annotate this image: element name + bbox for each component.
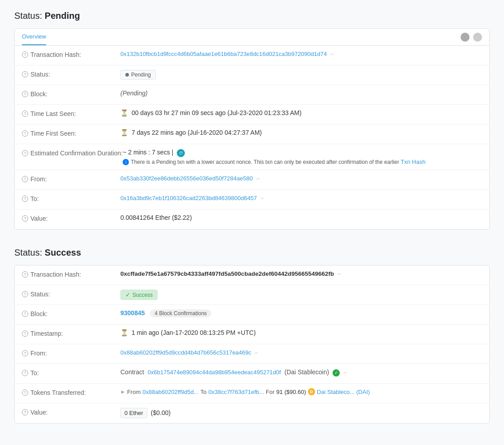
pending-block-row: ? Block: (Pending) [15,85,489,105]
pending-from-label: ? From: [22,175,120,183]
success-tokens-value: ► From 0x88ab60202ff9d5d... To 0x38cc7f7… [120,388,482,395]
pending-to-row: ? To: 0x16a3bd9c7eb1f106326cad2263bd8463… [15,190,489,210]
success-value-row: ? Value: 0 Ether ($0.00) [15,403,489,423]
success-value-label: ? Value: [22,408,120,416]
pending-tx-hash-row: ? Transaction Hash: 0x132b10fbcb1d9fccc4… [15,46,489,65]
success-block-value: 9300845 4 Block Confirmations [120,309,482,317]
help-icon-success-tx-hash[interactable]: ? [22,271,28,278]
help-icon-success-from[interactable]: ? [22,350,28,356]
success-to-label: ? To: [22,368,120,377]
success-timestamp-label: ? Timestamp: [22,329,120,337]
token-transfer-details: ► From 0x88ab60202ff9d5d... To 0x38cc7f7… [120,388,482,395]
success-tx-hash-label: ? Transaction Hash: [22,270,120,278]
success-to-value: Contract 0x6b175474e89094c44da98b954eede… [120,368,482,377]
help-icon-value[interactable]: ? [22,215,28,222]
txn-hash-link[interactable]: Txn Hash [401,158,426,165]
help-icon-to[interactable]: ? [22,196,28,202]
success-timestamp-row: ? Timestamp: ⏳ 1 min ago (Jan-17-2020 08… [15,325,489,344]
success-block-confirmations: 4 Block Confirmations [150,309,211,317]
success-timestamp-value: ⏳ 1 min ago (Jan-17-2020 08:13:25 PM +UT… [120,329,482,336]
success-status-value: Success [45,248,81,257]
copy-success-from-icon[interactable]: ⎓ [255,350,258,356]
tokens-from-link[interactable]: 0x88ab60202ff9d5d... [142,389,199,395]
copy-success-tx-hash-icon[interactable]: ⎓ [337,271,341,277]
success-block-row: ? Block: 9300845 4 Block Confirmations [15,305,489,325]
help-icon-est-confirm[interactable]: ? [22,150,28,156]
pending-time-last-seen-label: ? Time Last Seen: [22,109,120,117]
pending-est-confirm-value: ~ 2 mins : 7 secs | ⏱ i There is a Pendi… [123,149,482,165]
timer-icon[interactable]: ⏱ [177,149,185,157]
tab-icons [461,33,482,42]
pending-time-first-seen-value: ⏳ 7 days 22 mins ago (Jul-16-2020 04:27:… [120,129,482,136]
pending-status-value: Pending [45,11,80,21]
pending-to-value: 0x16a3bd9c7eb1f106326cad2263bd84639800d6… [120,194,482,201]
help-icon-time-last[interactable]: ? [22,111,28,117]
success-tx-hash-value: 0xcffade7f5e1a67579cb4333aff497fd5a500cb… [120,270,482,277]
success-from-link[interactable]: 0x88ab60202ff9d5d9ccdd4b4d7b656c5317ea46… [120,349,252,356]
dai-link[interactable]: Dai Stableco... (DAI) [317,389,370,395]
copy-success-to-icon[interactable]: ⎓ [343,369,346,376]
pending-warning-text: i There is a Pending txn with a lower ac… [123,158,482,165]
success-contract-label: Contract [120,368,144,376]
pending-block-label: ? Block: [22,90,120,98]
success-to-contract-link[interactable]: 0x6b175474e89094c44da98b954eedeac495271d… [148,369,281,376]
help-icon-block[interactable]: ? [22,91,28,97]
success-value-usd: ($0.00) [151,409,171,416]
clock-icon-success: ⏳ [120,329,128,336]
success-from-row: ? From: 0x88ab60202ff9d5d9ccdd4b4d7b656c… [15,344,489,364]
copy-tx-hash-icon[interactable]: ⎓ [330,51,333,57]
success-status-badge-container: ✓ Success [120,290,482,300]
help-icon-success-status[interactable]: ? [22,291,28,297]
success-status-row: ? Status: ✓ Success [15,285,489,305]
success-block-label: ? Block: [22,309,120,317]
success-to-row: ? To: Contract 0x6b175474e89094c44da98b9… [15,364,489,384]
pending-time-first-seen-row: ? Time First Seen: ⏳ 7 days 22 mins ago … [15,124,489,144]
help-icon-time-first[interactable]: ? [22,130,28,137]
pending-value-label: ? Value: [22,214,120,222]
help-icon-tokens[interactable]: ? [22,389,28,396]
copy-from-icon[interactable]: ⎓ [256,175,260,182]
info-dot: i [123,159,129,165]
tab-circle-1 [461,33,470,42]
pending-status-badge: Pending [120,70,156,80]
success-value-ether: 0 Ether [120,408,147,418]
pending-from-row: ? From: 0x53ab330f2ee86debb26556e036ed50… [15,170,489,190]
pending-to-link[interactable]: 0x16a3bd9c7eb1f106326cad2263bd84639800d6… [120,195,257,201]
success-from-value: 0x88ab60202ff9d5d9ccdd4b4d7b656c5317ea46… [120,349,482,356]
pending-status-label: ? Status: [22,70,120,78]
verified-check-icon: ✓ [333,369,340,377]
success-tokens-label: ? Tokens Transferred: [22,388,120,396]
success-block-number[interactable]: 9300845 [120,309,145,317]
pending-status-row: ? Status: Pending [15,65,489,85]
help-icon-success-to[interactable]: ? [22,370,28,376]
pending-est-confirm-row: ? Estimated Confirmation Duration: ~ 2 m… [15,144,489,170]
help-icon-status[interactable]: ? [22,71,28,77]
tab-overview[interactable]: Overview [22,29,46,45]
help-icon-tx-hash[interactable]: ? [22,51,28,58]
tokens-amount: 91 ($90.60) [276,389,306,395]
success-tokens-row: ? Tokens Transferred: ► From 0x88ab60202… [15,384,489,403]
help-icon-success-block[interactable]: ? [22,311,28,317]
success-status-badge: ✓ Success [120,290,158,300]
dai-coin-icon: D [308,388,315,395]
pending-tx-hash-link[interactable]: 0x132b10fbcb1d9fccc4d6b05afaae1e61b6ba72… [120,51,327,57]
help-icon-from[interactable]: ? [22,176,28,182]
clock-icon-first: ⏳ [120,129,128,136]
help-icon-success-value[interactable]: ? [22,409,28,415]
tokens-to-link[interactable]: 0x38cc7f763d71efb... [209,389,264,395]
pending-block-value: (Pending) [120,90,482,97]
arrow-right-icon: ► [120,389,125,394]
pending-time-last-seen-value: ⏳ 00 days 03 hr 27 min 09 secs ago (Jul-… [120,109,482,116]
success-status-prefix: Status: [14,248,42,257]
help-icon-success-timestamp[interactable]: ? [22,330,28,337]
pending-from-link[interactable]: 0x53ab330f2ee86debb26556e036ed50f7284ae5… [120,175,253,182]
pending-est-confirm-label: ? Estimated Confirmation Duration: [22,149,123,157]
pending-status-badge-container: Pending [120,70,482,80]
success-status-label: ? Status: [22,290,120,298]
pending-dot [125,73,129,77]
copy-to-icon[interactable]: ⎓ [261,195,264,201]
pending-section-title: Status: Pending [14,11,490,21]
success-tx-hash-row: ? Transaction Hash: 0xcffade7f5e1a67579c… [15,265,489,285]
success-value-amount: 0 Ether ($0.00) [120,408,482,418]
pending-card: Overview ? Transaction Hash: 0x132b10fbc… [14,28,490,230]
